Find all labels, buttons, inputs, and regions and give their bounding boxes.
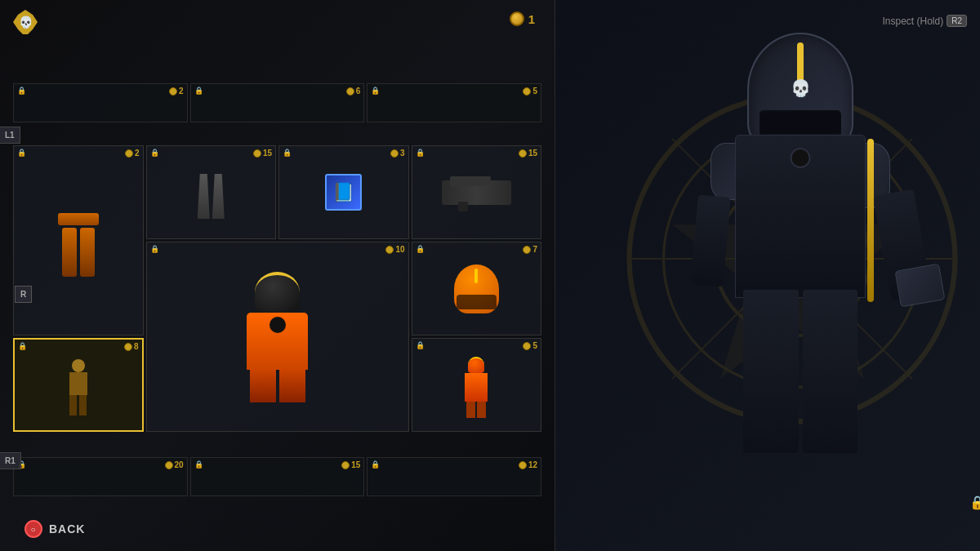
inspect-text-label: Inspect (Hold) <box>883 16 944 27</box>
cell-medal-7: 7 <box>523 245 537 254</box>
right-leg <box>803 290 858 453</box>
page2-cell-2[interactable]: 🔒 6 <box>190 83 365 122</box>
character-helmet: 💀 <box>747 33 853 147</box>
cell-lock-icon: 🔒 <box>416 341 425 349</box>
cell-lock-icon: 🔒 <box>194 460 203 469</box>
medal-icon-tiny <box>523 342 531 350</box>
medal-icon-tiny <box>169 87 177 96</box>
leg-r <box>212 174 225 219</box>
cell-medal-15c: 15 <box>341 460 360 469</box>
medal-icon-med <box>510 11 524 26</box>
gun-sight <box>450 176 491 186</box>
cell-medal: 2 <box>169 87 184 96</box>
cell-medal-20: 20 <box>165 460 184 469</box>
page4-cell-2[interactable]: 🔒 15 <box>190 457 365 496</box>
inspect-key-badge: R2 <box>947 15 967 27</box>
l1-tab[interactable]: L1 <box>0 127 20 144</box>
page4-cell-3[interactable]: 🔒 12 <box>367 457 541 496</box>
cell-lock-icon: 🔒 <box>416 245 425 253</box>
page2-cell-1[interactable]: 🔒 2 <box>13 83 188 122</box>
left-arm <box>690 194 730 287</box>
r-side-tab[interactable]: R <box>15 286 32 303</box>
figure-head <box>72 359 85 372</box>
cell-medal-3: 3 <box>390 149 405 158</box>
suit-body-part <box>247 313 308 370</box>
character-body <box>735 135 866 298</box>
helmet-stripe <box>797 42 804 83</box>
page3-cell-suit-orange[interactable]: 🔒 10 <box>146 242 409 432</box>
small-legs <box>466 402 486 418</box>
suit-orange-art <box>247 272 308 402</box>
medal-icon-tiny <box>523 87 531 96</box>
r1-tab[interactable]: R1 <box>0 452 21 469</box>
cell-medal: 6 <box>346 87 361 96</box>
gun-art <box>442 180 511 205</box>
medal-icon-tiny <box>346 87 354 96</box>
page3-cell-armor-legs[interactable]: 🔒 2 <box>13 145 144 335</box>
circle-button-icon: ○ <box>24 520 42 538</box>
cell-medal-10: 10 <box>385 245 404 254</box>
page3-cell-gun[interactable]: 🔒 15 <box>412 145 542 239</box>
cell-lock-icon: 🔒 <box>194 87 203 95</box>
page3-cell-book[interactable]: 🔒 3 📘 <box>278 145 409 239</box>
cell-lock-icon: 🔒 <box>150 149 159 157</box>
cell-lock-icon: 🔒 <box>416 149 425 157</box>
page3-cell-suit-small[interactable]: 🔒 5 <box>412 338 542 432</box>
cell-medal-5: 5 <box>523 341 537 350</box>
figure-torso <box>69 372 87 395</box>
top-medal-counter: 1 <box>510 11 535 26</box>
medal-icon-tiny <box>390 149 399 158</box>
page2-cell-3[interactable]: 🔒 5 <box>367 83 541 122</box>
cell-lock-icon: 🔒 <box>17 87 26 95</box>
yellow-cable <box>867 139 874 302</box>
skull-emblem: 💀 <box>791 78 811 98</box>
figure-left-leg <box>69 395 77 415</box>
character-legs <box>743 290 858 453</box>
page3-cell-helmet-orange[interactable]: 🔒 7 <box>412 242 542 335</box>
book-art: 📘 <box>325 174 362 211</box>
medal-count: 1 <box>528 12 535 26</box>
back-label: BACK <box>49 522 85 535</box>
small-helmet <box>468 357 484 373</box>
page3-cell-legs[interactable]: 🔒 15 <box>146 145 277 239</box>
back-button[interactable]: ○ BACK <box>24 520 85 538</box>
character-display: 💀 <box>645 16 956 473</box>
armor-legs-art <box>58 213 99 277</box>
page-locked-lock-icon: 🔒 <box>969 495 980 510</box>
page4-grid: 🔒 20 🔒 15 🔒 <box>13 457 541 496</box>
helmet-orange-art <box>454 264 499 313</box>
medal-icon-tiny <box>341 461 350 469</box>
helmet-stripe <box>474 269 478 283</box>
helmet-visor <box>457 295 497 309</box>
medal-icon-tiny <box>125 149 133 158</box>
small-leg-r <box>477 402 486 418</box>
suit-helmet-part <box>255 272 300 313</box>
medal-icon-tiny <box>519 149 527 158</box>
cell-medal-15a: 15 <box>253 149 272 158</box>
small-body <box>465 373 488 402</box>
page4-cell-1[interactable]: 🔒 20 <box>13 457 188 496</box>
cell-lock-icon: 🔒 <box>283 149 292 157</box>
arm-shield <box>894 264 945 308</box>
page2-grid: 🔒 2 🔒 6 🔒 5 <box>13 83 541 122</box>
cell-lock-icon: 🔒 <box>371 460 380 469</box>
medal-icon-tiny <box>385 246 394 254</box>
chest-emblem <box>791 148 811 168</box>
right-leg <box>80 228 95 277</box>
suit-legs-parts <box>250 370 305 402</box>
medal-icon-tiny <box>165 461 173 469</box>
helmet-visor <box>760 110 842 133</box>
armor-top <box>58 213 99 225</box>
medal-icon-tiny <box>253 149 261 158</box>
cell-lock-icon: 🔒 <box>150 245 159 253</box>
armor-legs-parts <box>62 228 95 277</box>
cell-lock-icon: 🔒 <box>371 87 380 95</box>
cell-medal-15b: 15 <box>519 149 537 158</box>
suit-leg-l <box>250 370 276 402</box>
page3-cell-emote[interactable]: 🔒 8 <box>13 338 144 432</box>
medal-icon-tiny <box>519 461 527 469</box>
left-leg <box>743 290 799 453</box>
emote-figure-art <box>69 359 87 415</box>
figure-legs-container <box>69 395 87 415</box>
right-arm <box>873 189 932 301</box>
